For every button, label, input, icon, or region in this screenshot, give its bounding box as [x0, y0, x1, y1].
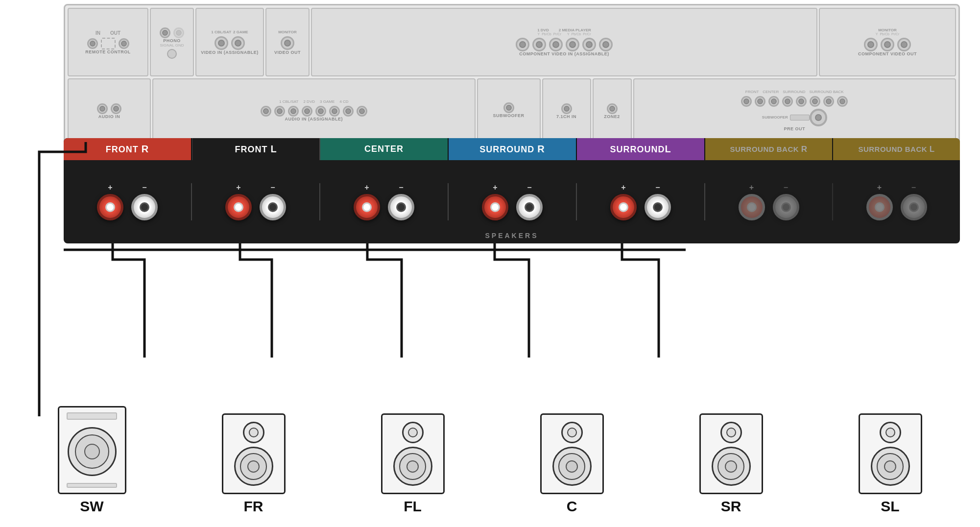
- comp-out-sublabels: Y Pb/Cb Pr/Cr: [876, 32, 899, 36]
- phono-l: [97, 103, 108, 114]
- sr-pos-group: +: [482, 183, 508, 220]
- pre-out-5: [796, 96, 807, 107]
- surround-r-label-bar: SURROUND R: [449, 138, 577, 160]
- fr-neg-inner: [140, 202, 149, 212]
- pre-out-7: [823, 96, 834, 107]
- sr-binding-posts: + −: [449, 183, 577, 220]
- c-neg-sign: −: [399, 183, 403, 192]
- sr-neg-inner: [525, 202, 534, 212]
- monitor-comp-out-label: MONITOR: [878, 28, 897, 32]
- fl-pos-inner: [234, 202, 243, 212]
- main-container: IN OUT REMOTE CONTROL PHONO SIGNAL GND: [0, 0, 980, 527]
- fl-pos-sign: +: [236, 183, 240, 192]
- fl-label: FL: [404, 498, 422, 515]
- media-player-comp-label: 2 MEDIA PLAYER: [559, 28, 591, 32]
- sr-pos-sign: +: [493, 183, 497, 192]
- c-label: C: [567, 498, 577, 515]
- sw-plug-pin: [815, 114, 822, 121]
- center-label-bar: CENTER: [320, 138, 449, 160]
- pre-out-label: PRE OUT: [784, 126, 805, 131]
- sw-section-jacks: [503, 102, 514, 113]
- sl-woofer-inner: [877, 453, 904, 480]
- component-video-in-label: COMPONENT VIDEO IN (ASSIGNABLE): [519, 51, 609, 56]
- fr-tweeter: [243, 422, 264, 443]
- signal-gnd-label: SIGNAL GND: [160, 43, 184, 48]
- sr-woofer-inner: [717, 453, 744, 480]
- panel-bottom-row: AUDIO IN 1 CBL/SAT 2 DVD 3 GAME 4 CD: [68, 78, 956, 142]
- audio-in-row: [97, 103, 121, 114]
- sbl-binding-posts: + −: [833, 183, 960, 220]
- component-video-out-label: COMPONENT VIDEO OUT: [858, 51, 917, 56]
- video-out-jack: [281, 36, 294, 50]
- comp-in-sub-sub: Y Pb/Cb Pr/Cr Y Pb/Cb Pr/Cr: [538, 32, 591, 36]
- sbr-pos-sign: +: [749, 183, 754, 192]
- sw-plug-visual: SUBWOOFER: [762, 109, 827, 126]
- sl-woofer: [871, 447, 910, 486]
- pre-center: CENTER: [763, 90, 779, 94]
- cblsat-sublabel: 1 CBL/SAT: [211, 30, 231, 34]
- fl-pos-group: +: [225, 183, 252, 220]
- fr-woofer: [234, 447, 273, 486]
- fr-pos-post: [97, 194, 123, 220]
- surround-l-label: SURROUNDL: [610, 144, 671, 155]
- sbl-neg-sign: −: [911, 183, 916, 192]
- fr-woofer-center: [247, 460, 260, 473]
- comp-in-1: [516, 38, 529, 51]
- aia-jack-8: [357, 106, 367, 117]
- audio-in-section: AUDIO IN: [68, 78, 151, 142]
- pbcb-mp: Pb/Cb: [572, 32, 581, 36]
- front-l-label: FRONT L: [235, 144, 277, 155]
- sr-neg-sign: −: [527, 183, 531, 192]
- component-video-out-section: MONITOR Y Pb/Cb Pr/Cr COMPONENT VIDEO OU…: [819, 8, 956, 76]
- c-pos-post: [354, 194, 380, 220]
- surround-back-r-label: SURROUND BACK R: [730, 144, 807, 154]
- c-binding-posts: + −: [320, 183, 449, 220]
- sw-label: SW: [80, 498, 103, 515]
- fl-neg-inner: [268, 202, 278, 212]
- c-box: [540, 413, 604, 494]
- aia-jack-1: [261, 106, 271, 117]
- fr-unit: FR: [222, 413, 286, 515]
- seven-one-jacks: [561, 103, 572, 114]
- fl-woofer-inner: [399, 453, 426, 480]
- sl-unit: SL: [859, 413, 922, 515]
- game-video-in: [231, 36, 245, 50]
- phono-l-jack: [160, 27, 170, 38]
- pre-out-sublabels: FRONT CENTER SURROUND SURROUND BACK: [745, 90, 844, 94]
- sr-neg-group: −: [516, 183, 543, 220]
- audio-in-assignable-label: AUDIO IN (ASSIGNABLE): [285, 117, 343, 121]
- sl-box: [859, 413, 922, 494]
- sr-unit: SR: [699, 413, 763, 515]
- sbl-neg-group: −: [901, 183, 927, 220]
- aia-3: 3 GAME: [320, 99, 335, 104]
- speakers-panel-label: SPEAKERS: [485, 232, 538, 240]
- surround-back-l-label: SURROUND BACK L: [858, 144, 934, 154]
- c-unit: C: [540, 413, 604, 515]
- sr-pos-inner: [490, 202, 500, 212]
- sbr-pos-post: [739, 194, 765, 220]
- c-pos-group: +: [354, 183, 380, 220]
- fr-neg-sign: −: [142, 183, 146, 192]
- fl-unit: FL: [381, 413, 445, 515]
- c-neg-group: −: [388, 183, 414, 220]
- fl-tweeter: [402, 422, 424, 443]
- pre-front: FRONT: [745, 90, 759, 94]
- comp-in-sublabels: 1 DVD 2 MEDIA PLAYER: [537, 28, 591, 32]
- aia-jack-5: [315, 106, 326, 117]
- c-wire: [367, 243, 402, 358]
- monitor-top-label: MONITOR: [278, 30, 297, 34]
- sl-wire: [622, 243, 659, 358]
- sr-label: SR: [721, 498, 741, 515]
- y-cout: Y: [876, 32, 878, 36]
- aia-jack-6: [329, 106, 340, 117]
- sl-neg-post: [645, 194, 671, 220]
- pre-out-connectors: [741, 96, 848, 107]
- sl-binding-posts: + −: [577, 183, 705, 220]
- sl-pos-group: +: [610, 183, 637, 220]
- sbl-neg-post: [901, 194, 927, 220]
- video-in-label: VIDEO IN (ASSIGNABLE): [201, 50, 259, 55]
- video-in-connectors: [215, 36, 245, 50]
- c-woofer-inner: [558, 453, 585, 480]
- surround-back-r-label-bar: SURROUND BACK R: [705, 138, 833, 160]
- comp-in-6: [599, 38, 613, 51]
